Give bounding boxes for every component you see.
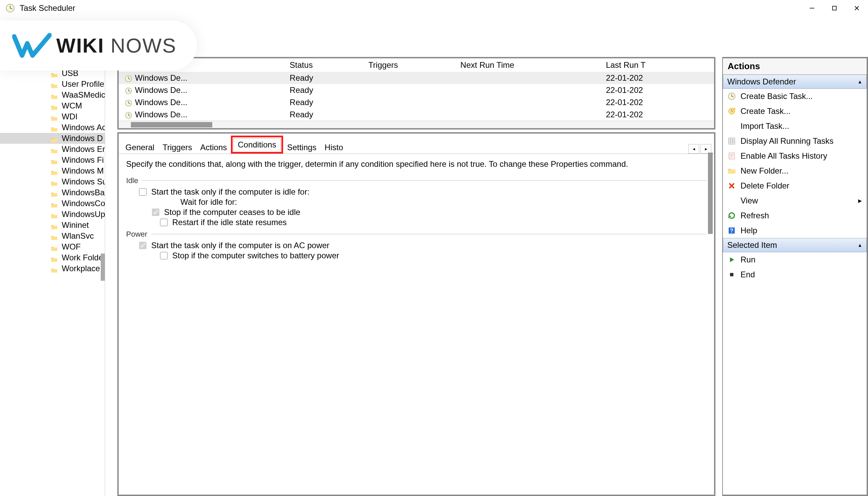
folder-icon <box>51 103 58 108</box>
folder-icon <box>51 136 58 141</box>
task-clock-icon <box>125 87 132 95</box>
action-import-task[interactable]: Import Task... <box>723 119 867 134</box>
tree-item[interactable]: User Profile <box>0 79 105 90</box>
tab-general[interactable]: General <box>121 141 158 154</box>
idle-stop-checkbox[interactable] <box>152 208 159 216</box>
tab-histo[interactable]: Histo <box>321 141 347 154</box>
tab-triggers[interactable]: Triggers <box>158 141 196 154</box>
folder-icon <box>51 212 58 217</box>
task-detail-pane: GeneralTriggersActionsConditionsSettings… <box>117 132 715 496</box>
task-row[interactable]: Windows De...Ready22-01-202 <box>119 108 714 121</box>
section-idle-label: Idle <box>126 176 138 185</box>
tree-item[interactable]: Work Folde <box>0 252 105 263</box>
tree-item[interactable]: WOF <box>0 242 105 252</box>
svg-point-23 <box>733 108 735 110</box>
folder-icon <box>51 114 58 119</box>
column-header[interactable]: Next Run Time <box>454 58 600 72</box>
tree-scrollbar[interactable] <box>101 253 105 281</box>
action-refresh[interactable]: Refresh <box>723 208 867 223</box>
tree-item[interactable]: Wininet <box>0 220 105 231</box>
tree-item[interactable]: Windows D <box>0 133 105 144</box>
action-create-task[interactable]: Create Task... <box>723 104 867 119</box>
folder-icon <box>51 244 58 249</box>
action-delete-folder[interactable]: Delete Folder <box>723 178 867 193</box>
collapse-icon: ▲ <box>857 243 862 248</box>
folder-icon <box>51 125 58 130</box>
tree-item[interactable]: WaaSMedic <box>0 90 105 100</box>
column-header[interactable]: Triggers <box>362 58 454 72</box>
tree-item[interactable]: WindowsCo <box>0 198 105 209</box>
task-list[interactable]: NameStatusTriggersNext Run TimeLast Run … <box>117 57 715 129</box>
action-view[interactable]: View▶ <box>723 193 867 208</box>
task-row[interactable]: Windows De...Ready22-01-202 <box>119 96 714 108</box>
action-enable-all-tasks-history[interactable]: Enable All Tasks History <box>723 149 867 164</box>
tree-item[interactable]: WindowsUp <box>0 209 105 220</box>
close-button[interactable] <box>854 5 860 11</box>
folder-new-icon <box>728 167 736 175</box>
svg-rect-37 <box>730 273 733 276</box>
collapse-icon: ▲ <box>857 79 862 84</box>
task-row[interactable]: Windows De...Ready22-01-202 <box>119 84 714 96</box>
action-new-folder[interactable]: New Folder... <box>723 164 867 178</box>
maximize-button[interactable] <box>832 5 837 11</box>
tree-item[interactable]: Workplace . <box>0 263 105 274</box>
blank-icon <box>728 197 736 205</box>
tree-item[interactable]: Windows Er <box>0 144 105 155</box>
horizontal-scrollbar[interactable] <box>119 121 714 128</box>
actions-section-selected[interactable]: Selected Item▲ <box>723 238 867 252</box>
folder-icon <box>51 190 58 195</box>
actions-pane: Actions Windows Defender▲ Create Basic T… <box>722 57 868 496</box>
folder-icon <box>51 179 58 184</box>
actions-header: Actions <box>723 58 867 75</box>
delete-x-icon <box>728 182 736 190</box>
action-run[interactable]: Run <box>723 252 867 267</box>
folder-icon <box>51 81 58 87</box>
tree-item[interactable]: WindowsBa <box>0 187 105 198</box>
tree-item[interactable]: Windows Su <box>0 176 105 187</box>
folder-icon <box>51 233 58 239</box>
tab-scroll-left[interactable]: ◂ <box>688 144 699 154</box>
tree-item[interactable]: WDI <box>0 111 105 122</box>
folder-icon <box>51 168 58 174</box>
play-icon <box>728 255 736 264</box>
tree-item[interactable]: WlanSvc <box>0 231 105 242</box>
action-end[interactable]: End <box>723 267 867 282</box>
tree-item[interactable]: WCM <box>0 100 105 111</box>
submenu-arrow-icon: ▶ <box>858 198 862 203</box>
tab-actions[interactable]: Actions <box>196 141 231 154</box>
tab-settings[interactable]: Settings <box>283 141 321 154</box>
action-create-basic-task[interactable]: Create Basic Task... <box>723 89 867 104</box>
power-ac-checkbox[interactable] <box>139 242 146 249</box>
svg-rect-24 <box>729 138 735 144</box>
task-clock-icon <box>125 99 132 107</box>
detail-vertical-scrollbar[interactable] <box>708 153 713 234</box>
library-tree[interactable]: UPnPUSBUser ProfileWaaSMedicWCMWDIWindow… <box>0 57 105 496</box>
minimize-button[interactable] <box>809 5 815 11</box>
column-header[interactable]: Last Run T <box>600 58 714 72</box>
idle-start-checkbox[interactable] <box>139 188 146 196</box>
tree-item[interactable]: Windows Ac <box>0 122 105 133</box>
action-help[interactable]: ?Help <box>723 223 867 238</box>
action-display-all-running-tasks[interactable]: Display All Running Tasks <box>723 134 867 149</box>
title-bar: Task Scheduler <box>0 0 868 16</box>
folder-icon <box>51 201 58 206</box>
idle-restart-checkbox[interactable] <box>160 219 168 226</box>
power-battery-checkbox[interactable] <box>160 252 168 259</box>
highlighted-tab: Conditions <box>231 136 283 154</box>
column-header[interactable]: Status <box>283 58 362 72</box>
tab-conditions[interactable]: Conditions <box>233 138 280 152</box>
detail-tab-strip: GeneralTriggersActionsConditionsSettings… <box>119 134 714 154</box>
app-clock-icon <box>5 3 15 13</box>
actions-section-context[interactable]: Windows Defender▲ <box>723 75 867 89</box>
clock-wizard-icon <box>728 92 736 100</box>
blank-icon <box>728 122 736 130</box>
folder-icon <box>51 266 58 271</box>
tab-scroll-right[interactable]: ▸ <box>700 144 711 154</box>
tree-item[interactable]: Windows Fi <box>0 155 105 166</box>
watermark-logo: WIKI NOWS <box>0 20 197 71</box>
svg-rect-4 <box>832 6 836 10</box>
folder-icon <box>51 222 58 228</box>
folder-icon <box>51 157 58 163</box>
task-row[interactable]: Windows De...Ready22-01-202 <box>119 72 714 84</box>
tree-item[interactable]: Windows M <box>0 166 105 176</box>
